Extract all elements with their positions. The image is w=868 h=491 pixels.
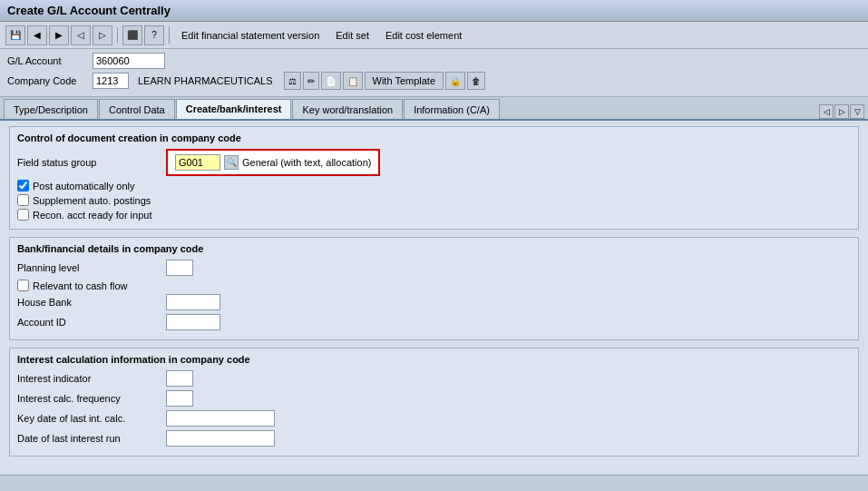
menu-edit-financial[interactable]: Edit financial statement version bbox=[174, 28, 327, 43]
toolbar-separator-2 bbox=[169, 27, 170, 44]
control-section-title: Control of document creation in company … bbox=[17, 133, 851, 143]
save-button[interactable]: 💾 bbox=[5, 25, 25, 45]
interest-section-title: Interest calculation information in comp… bbox=[17, 354, 851, 365]
field-status-group-container: 🔍 General (with text, allocation) bbox=[166, 149, 380, 176]
compare-icon-button[interactable]: ⚖ bbox=[284, 72, 301, 90]
interest-indicator-label: Interest indicator bbox=[17, 373, 162, 384]
key-date-label: Key date of last int. calc. bbox=[17, 413, 162, 424]
supplement-auto-checkbox[interactable] bbox=[17, 194, 29, 206]
delete-icon-button[interactable]: 🗑 bbox=[467, 72, 485, 90]
relevant-cash-flow-row: Relevant to cash flow bbox=[17, 280, 851, 291]
relevant-cash-flow-label: Relevant to cash flow bbox=[33, 280, 128, 291]
bank-section: Bank/financial details in company code P… bbox=[9, 237, 859, 340]
supplement-auto-row: Supplement auto. postings bbox=[17, 194, 851, 206]
interest-indicator-row: Interest indicator bbox=[17, 370, 851, 387]
help-button[interactable]: ? bbox=[144, 25, 164, 45]
interest-calc-freq-row: Interest calc. frequency bbox=[17, 390, 851, 407]
recon-acct-checkbox[interactable] bbox=[17, 209, 29, 221]
post-automatically-row: Post automatically only bbox=[17, 180, 851, 191]
post-automatically-label: Post automatically only bbox=[33, 181, 135, 191]
tab-create-bank-interest[interactable]: Create/bank/interest bbox=[176, 99, 292, 119]
tab-information[interactable]: Information (C/A) bbox=[404, 99, 500, 119]
tab-keyword-translation[interactable]: Key word/translation bbox=[292, 99, 403, 119]
house-bank-label: House Bank bbox=[17, 297, 162, 308]
supplement-auto-label: Supplement auto. postings bbox=[33, 195, 151, 206]
company-code-input[interactable] bbox=[93, 73, 129, 89]
field-status-group-search-button[interactable]: 🔍 bbox=[224, 155, 239, 170]
bank-section-title: Bank/financial details in company code bbox=[17, 243, 851, 254]
with-template-button[interactable]: With Template bbox=[365, 72, 444, 90]
menu-edit-set[interactable]: Edit set bbox=[328, 28, 376, 43]
gl-account-input[interactable] bbox=[93, 53, 165, 69]
key-date-input[interactable] bbox=[166, 410, 275, 427]
next-button[interactable]: ▷ bbox=[93, 25, 112, 45]
tab-menu-button[interactable]: ▽ bbox=[850, 104, 864, 119]
field-status-group-row: Field status group 🔍 General (with text,… bbox=[17, 149, 851, 176]
back-button[interactable]: ◀ bbox=[27, 25, 47, 45]
settings-button[interactable]: ⬛ bbox=[122, 25, 142, 45]
house-bank-input[interactable] bbox=[166, 294, 220, 310]
gl-account-row: G/L Account bbox=[7, 53, 861, 69]
account-id-row: Account ID bbox=[17, 314, 851, 330]
house-bank-row: House Bank bbox=[17, 294, 851, 310]
last-interest-run-label: Date of last interest run bbox=[17, 433, 162, 444]
last-interest-run-input[interactable] bbox=[166, 430, 275, 447]
header-icons: ⚖ ✏ 📄 📋 With Template 🔒 🗑 bbox=[284, 72, 486, 90]
control-section: Control of document creation in company … bbox=[9, 126, 859, 230]
interest-indicator-input[interactable] bbox=[166, 370, 193, 387]
menu-edit-cost[interactable]: Edit cost element bbox=[378, 28, 469, 43]
account-id-input[interactable] bbox=[166, 314, 220, 330]
interest-calc-freq-input[interactable] bbox=[166, 390, 193, 407]
recon-acct-label: Recon. acct ready for input bbox=[33, 210, 151, 221]
gl-account-label: G/L Account bbox=[7, 55, 89, 66]
tab-nav-buttons: ◁ ▷ ▽ bbox=[819, 104, 864, 119]
company-name: LEARN PHARMACEUTICALS bbox=[138, 75, 273, 86]
tabs-bar: Type/Description Control Data Create/ban… bbox=[0, 97, 868, 121]
header-area: G/L Account Company Code LEARN PHARMACEU… bbox=[0, 49, 868, 97]
prev-button[interactable]: ◁ bbox=[71, 25, 91, 45]
tab-prev-button[interactable]: ◁ bbox=[819, 104, 834, 119]
relevant-cash-flow-checkbox[interactable] bbox=[17, 280, 29, 291]
recon-acct-row: Recon. acct ready for input bbox=[17, 209, 851, 221]
field-status-group-label: Field status group bbox=[17, 157, 162, 168]
copy-icon-button[interactable]: 📋 bbox=[343, 72, 363, 90]
planning-level-label: Planning level bbox=[17, 262, 162, 273]
forward-button[interactable]: ▶ bbox=[49, 25, 69, 45]
planning-level-input[interactable] bbox=[166, 260, 193, 276]
planning-level-row: Planning level bbox=[17, 260, 851, 276]
interest-calc-freq-label: Interest calc. frequency bbox=[17, 393, 162, 404]
new-icon-button[interactable]: 📄 bbox=[321, 72, 341, 90]
field-status-group-desc: General (with text, allocation) bbox=[242, 157, 371, 168]
key-date-row: Key date of last int. calc. bbox=[17, 410, 851, 427]
page-title: Create G/L Account Centrally bbox=[7, 4, 171, 17]
toolbar-separator-1 bbox=[117, 27, 118, 44]
lock-icon-button[interactable]: 🔒 bbox=[445, 72, 465, 90]
company-code-row: Company Code LEARN PHARMACEUTICALS ⚖ ✏ 📄… bbox=[7, 72, 861, 90]
field-status-group-input[interactable] bbox=[175, 154, 220, 171]
toolbar: 💾 ◀ ▶ ◁ ▷ ⬛ ? Edit financial statement v… bbox=[0, 22, 868, 49]
tab-next-button[interactable]: ▷ bbox=[834, 104, 849, 119]
tab-type-description[interactable]: Type/Description bbox=[4, 99, 98, 119]
tab-control-data[interactable]: Control Data bbox=[99, 99, 175, 119]
last-interest-run-row: Date of last interest run bbox=[17, 430, 851, 447]
title-bar: Create G/L Account Centrally bbox=[0, 0, 868, 22]
main-content: Control of document creation in company … bbox=[0, 121, 868, 479]
account-id-label: Account ID bbox=[17, 317, 162, 328]
company-code-label: Company Code bbox=[7, 75, 89, 86]
post-automatically-checkbox[interactable] bbox=[17, 180, 29, 191]
status-bar bbox=[0, 475, 868, 491]
interest-section: Interest calculation information in comp… bbox=[9, 348, 859, 457]
edit-icon-button[interactable]: ✏ bbox=[303, 72, 319, 90]
